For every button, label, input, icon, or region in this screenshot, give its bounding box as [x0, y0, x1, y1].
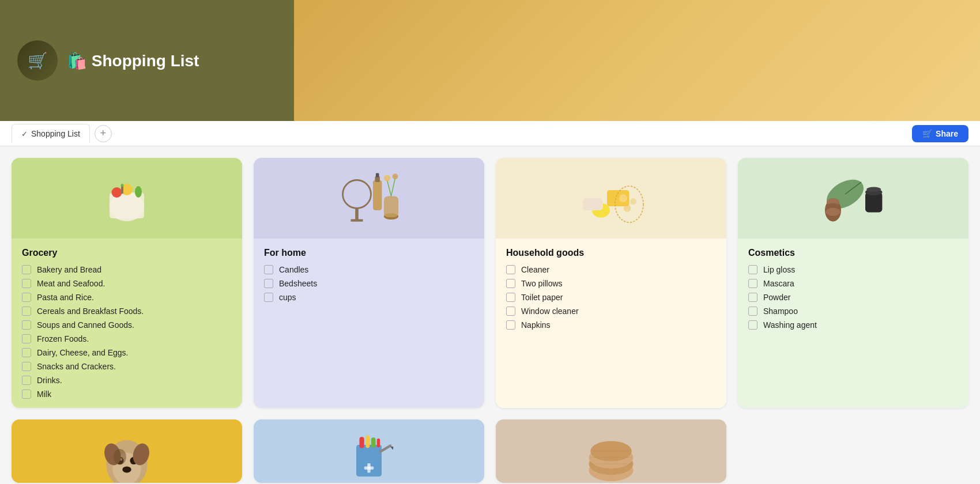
- card-pets: [12, 419, 242, 483]
- list-item: Bakery and Bread: [22, 265, 232, 274]
- card-cosmetics: Cosmetics Lip gloss Mascara Powder Shamp…: [738, 158, 968, 408]
- card-household-image: [496, 158, 726, 239]
- tab-bar: ✓ Shopping List + 🛒 Share: [0, 121, 980, 146]
- svg-point-17: [384, 175, 390, 181]
- svg-point-7: [343, 180, 371, 209]
- checkbox-cereals[interactable]: [22, 307, 31, 316]
- checkbox-pasta[interactable]: [22, 293, 31, 302]
- list-item: Cereals and Breakfast Foods.: [22, 307, 232, 316]
- checkbox-snacks[interactable]: [22, 362, 31, 371]
- checkbox-bakery[interactable]: [22, 265, 31, 274]
- share-icon: 🛒: [922, 129, 932, 138]
- card-cosmetics-image: [738, 158, 968, 239]
- card-knitwear-image: [496, 419, 726, 483]
- checkbox-bedsheets[interactable]: [264, 279, 273, 288]
- checkbox-cleaner[interactable]: [506, 265, 515, 274]
- svg-rect-46: [360, 437, 364, 448]
- svg-point-24: [630, 198, 636, 205]
- svg-rect-8: [355, 209, 359, 221]
- card-grocery-title: Grocery: [22, 248, 232, 258]
- list-item: Two pillows: [506, 279, 716, 288]
- checkbox-mascara[interactable]: [748, 279, 757, 288]
- checkbox-drinks[interactable]: [22, 376, 31, 385]
- svg-rect-12: [376, 173, 379, 177]
- card-forhome-title: For home: [264, 248, 474, 258]
- card-grocery: Grocery Bakery and Bread Meat and Seafoo…: [12, 158, 242, 408]
- tab-label: Shopping List: [31, 129, 80, 138]
- avatar: 🛒: [17, 40, 58, 81]
- card-cosmetics-title: Cosmetics: [748, 248, 958, 258]
- title-emoji: 🛍️: [67, 52, 92, 70]
- card-household: Household goods Cleaner Two pillows Toil…: [496, 158, 726, 408]
- checkbox-shampoo[interactable]: [748, 307, 757, 316]
- checkbox-window-cleaner[interactable]: [506, 307, 515, 316]
- checkbox-toilet-paper[interactable]: [506, 293, 515, 302]
- list-item: Washing agent: [748, 320, 958, 330]
- page-title: 🛍️ Shopping List: [67, 51, 199, 70]
- svg-point-2: [112, 187, 122, 198]
- card-pets-image: [12, 419, 242, 483]
- svg-rect-14: [384, 196, 398, 217]
- list-item: Drinks.: [22, 376, 232, 385]
- checkbox-napkins[interactable]: [506, 320, 515, 330]
- svg-line-15: [387, 180, 391, 196]
- svg-rect-21: [583, 198, 603, 210]
- svg-rect-53: [367, 463, 371, 473]
- svg-point-25: [624, 205, 631, 212]
- checkbox-candles[interactable]: [264, 265, 273, 274]
- list-item: Cleaner: [506, 265, 716, 274]
- card-forhome-body: For home Candles Bedsheets cups: [254, 239, 484, 311]
- card-cosmetics-body: Cosmetics Lip gloss Mascara Powder Shamp…: [738, 239, 968, 339]
- svg-point-23: [619, 194, 627, 202]
- list-item: Window cleaner: [506, 307, 716, 316]
- tab-shopping-list[interactable]: ✓ Shopping List: [12, 124, 90, 143]
- list-item: Dairy, Cheese, and Eggs.: [22, 348, 232, 357]
- checkbox-cups[interactable]: [264, 293, 273, 302]
- checkbox-soups[interactable]: [22, 320, 31, 330]
- card-forhome-image: [254, 158, 484, 239]
- add-tab-button[interactable]: +: [95, 125, 112, 142]
- checkbox-dairy[interactable]: [22, 348, 31, 357]
- list-item: Mascara: [748, 279, 958, 288]
- checkbox-powder[interactable]: [748, 293, 757, 302]
- list-item: Snacks and Crackers.: [22, 362, 232, 371]
- list-item: Pasta and Rice.: [22, 293, 232, 302]
- card-grocery-image: [12, 158, 242, 239]
- list-item: Shampoo: [748, 307, 958, 316]
- list-item: Milk: [22, 390, 232, 399]
- list-item: Bedsheets: [264, 279, 474, 288]
- avatar-image: 🛒: [17, 40, 58, 81]
- svg-point-31: [826, 208, 840, 216]
- list-item: Lip gloss: [748, 265, 958, 274]
- list-item: Meat and Seafood.: [22, 279, 232, 288]
- card-grocery-body: Grocery Bakery and Bread Meat and Seafoo…: [12, 239, 242, 408]
- card-forhome: For home Candles Bedsheets cups: [254, 158, 484, 408]
- header-left: 🛒 🛍️ Shopping List: [0, 0, 294, 121]
- svg-line-16: [391, 178, 395, 196]
- checkbox-meat[interactable]: [22, 279, 31, 288]
- card-knitwear: [496, 419, 726, 483]
- list-item: Napkins: [506, 320, 716, 330]
- svg-point-44: [114, 449, 126, 465]
- share-button[interactable]: 🛒 Share: [912, 125, 968, 142]
- card-pharmacy-image: [254, 419, 484, 483]
- card-household-body: Household goods Cleaner Two pillows Toil…: [496, 239, 726, 339]
- checkbox-milk[interactable]: [22, 390, 31, 399]
- svg-rect-49: [377, 438, 380, 447]
- checkbox-washing-agent[interactable]: [748, 320, 757, 330]
- svg-point-6: [121, 184, 124, 187]
- main-grid: Grocery Bakery and Bread Meat and Seafoo…: [0, 146, 980, 484]
- list-item: Toilet paper: [506, 293, 716, 302]
- svg-rect-48: [371, 437, 376, 448]
- tab-check-icon: ✓: [21, 130, 28, 138]
- svg-rect-10: [373, 180, 382, 211]
- list-item: Frozen Foods.: [22, 334, 232, 343]
- checkbox-lip-gloss[interactable]: [748, 265, 757, 274]
- list-item: Powder: [748, 293, 958, 302]
- header: 🛒 🛍️ Shopping List: [0, 0, 980, 121]
- card-household-title: Household goods: [506, 248, 716, 258]
- svg-point-34: [866, 187, 881, 191]
- checkbox-pillows[interactable]: [506, 279, 515, 288]
- list-item: Soups and Canned Goods.: [22, 320, 232, 330]
- checkbox-frozen[interactable]: [22, 334, 31, 343]
